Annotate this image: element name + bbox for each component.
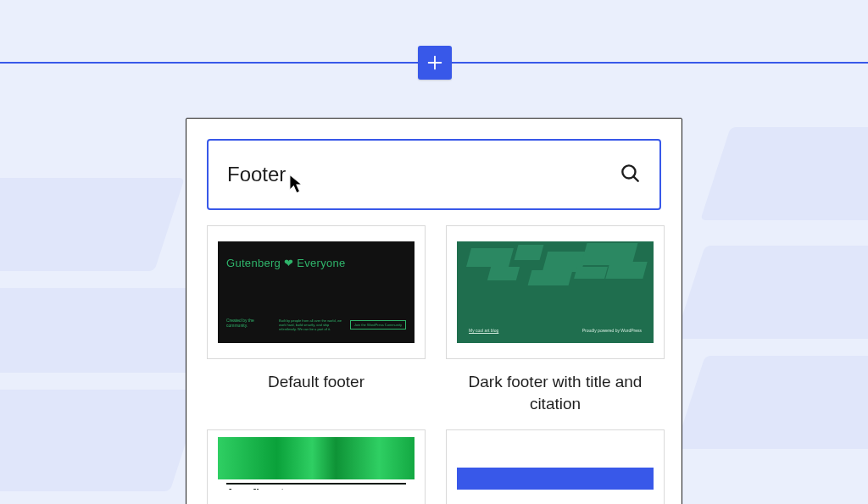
pattern-thumbnail: Gutenberg ❤ Everyone Created by the comm… — [207, 225, 426, 359]
search-value: Footer — [227, 163, 619, 186]
preview-button: Join the WordPress Community — [350, 320, 406, 330]
pattern-grid: Gutenberg ❤ Everyone Created by the comm… — [186, 225, 682, 504]
preview-caption: Built by people from all over the world,… — [279, 318, 342, 331]
pattern-card-3[interactable]: Ampfluent — [207, 429, 426, 504]
preview-text: Proudly powered by WordPress — [582, 328, 642, 333]
preview-title: Ampfluent — [226, 486, 285, 490]
pattern-card-4[interactable]: Now! Social Media Where We Are — [446, 429, 665, 504]
pattern-thumbnail: Now! Social Media Where We Are — [446, 429, 665, 504]
bg-shape — [0, 288, 217, 373]
preview-link: My cool art blog — [469, 328, 498, 333]
search-input[interactable]: Footer — [207, 139, 661, 210]
bg-shape — [675, 356, 868, 449]
bg-shape — [0, 390, 203, 491]
pattern-label: Default footer — [268, 371, 364, 393]
bg-shape — [700, 127, 868, 220]
preview-title: Gutenberg ❤ Everyone — [226, 257, 346, 269]
add-block-button[interactable] — [418, 46, 452, 80]
pattern-thumbnail: Ampfluent — [207, 429, 426, 504]
pattern-card-dark-footer-citation[interactable]: My cool art blog Proudly powered by Word… — [446, 225, 665, 414]
pattern-card-default-footer[interactable]: Gutenberg ❤ Everyone Created by the comm… — [207, 225, 426, 414]
svg-line-3 — [633, 176, 637, 180]
search-icon — [619, 162, 641, 187]
pattern-label: Dark footer with title and citation — [453, 371, 657, 414]
bg-shape — [0, 178, 185, 271]
bg-shape — [675, 246, 868, 339]
block-inserter-panel: Footer Gutenberg ❤ Everyone Created by t… — [186, 118, 682, 504]
preview-caption: Created by the community. — [226, 318, 260, 328]
pattern-thumbnail: My cool art blog Proudly powered by Word… — [446, 225, 665, 359]
